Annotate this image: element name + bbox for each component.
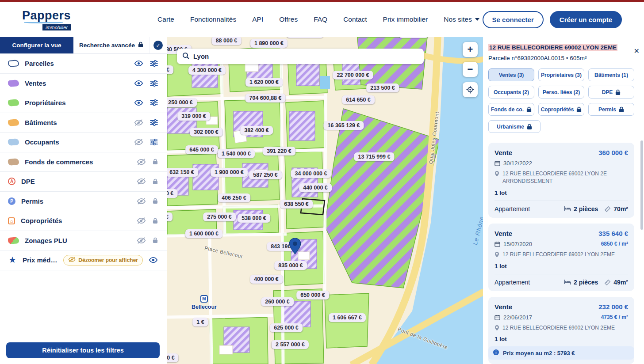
panel-tab-batiments-1[interactable]: Bâtiments (1) <box>588 68 634 81</box>
visibility-on-icon[interactable] <box>134 80 143 87</box>
locate-button[interactable] <box>463 82 478 97</box>
visibility-off-icon[interactable] <box>134 139 143 145</box>
tab-recherche-avancee[interactable]: Recherche avancée <box>73 37 149 53</box>
visibility-off-icon[interactable] <box>137 159 146 165</box>
map-price-marker[interactable]: 650 000 € <box>296 291 329 300</box>
map-price-marker[interactable]: 1 540 000 € <box>218 149 255 158</box>
map-price-marker[interactable]: 704 600,88 € <box>245 94 286 102</box>
visibility-off-icon[interactable] <box>134 119 143 126</box>
signup-button[interactable]: Créer un compte <box>550 11 622 28</box>
map-price-marker[interactable]: 0 € <box>167 353 179 362</box>
map-price-marker[interactable]: 1 890 000 € <box>250 39 288 48</box>
map-price-marker[interactable]: 391 220 € <box>263 147 295 155</box>
layer-settings-icon[interactable] <box>150 60 158 67</box>
sidebar-toggle-button[interactable]: ✓ <box>149 37 167 53</box>
panel-tab-coproprietes[interactable]: Copropriétés <box>538 103 584 116</box>
nav-link-prix-immobilier[interactable]: Prix immobilier <box>383 15 428 23</box>
tab-configurer-la-vue[interactable]: Configurer la vue <box>0 37 73 53</box>
panel-tab-urbanisme[interactable]: Urbanisme <box>488 120 540 133</box>
map-price-marker[interactable]: 0 000 € <box>167 212 172 221</box>
dezoom-badge[interactable]: Dézoomer pour afficher <box>63 255 143 265</box>
map-price-marker[interactable]: 88 000 € <box>212 37 242 45</box>
header-actions: Se connecter Créer un compte <box>483 11 622 28</box>
lock-icon[interactable] <box>153 237 158 243</box>
layer-settings-icon[interactable] <box>150 139 158 145</box>
visibility-on-icon[interactable] <box>134 60 143 67</box>
map-price-marker[interactable]: 382 400 € <box>240 126 273 135</box>
visibility-off-icon[interactable] <box>137 217 146 224</box>
nav-link-contact[interactable]: Contact <box>343 15 367 23</box>
map-price-marker[interactable]: 2 557 000 € <box>272 340 309 349</box>
reset-filters-button[interactable]: Réinitialiser tous les filtres <box>6 342 160 358</box>
map-price-marker[interactable]: 1 070 000 € <box>287 37 324 38</box>
map-price-marker[interactable]: 632 150 € <box>167 168 198 177</box>
layer-settings-icon[interactable] <box>150 119 158 126</box>
map-price-marker[interactable]: 1 600 000 € <box>185 229 222 238</box>
close-panel-button[interactable]: ✕ <box>634 48 640 55</box>
nav-link-api[interactable]: API <box>252 15 263 23</box>
map-price-marker[interactable]: 275 000 € <box>203 212 236 221</box>
visibility-off-icon[interactable] <box>137 178 146 185</box>
map-price-marker[interactable]: 614 650 € <box>342 95 375 104</box>
panel-tab-dpe[interactable]: DPE <box>588 86 634 99</box>
sale-card[interactable]: Vente335 640 €15/07/20206850 € / m²12 RU… <box>488 224 634 291</box>
map-price-marker[interactable]: 13 715 999 € <box>354 152 395 161</box>
panel-tab-proprietaires-3[interactable]: Proprietaires (3) <box>538 68 584 81</box>
map-price-marker[interactable]: 1 606 667 € <box>329 313 366 322</box>
map-price-marker[interactable]: 48 000 € <box>167 189 177 198</box>
sale-card[interactable]: Vente360 000 €30/12/202212 RUE BELLECORD… <box>488 143 634 218</box>
map-price-marker[interactable]: 538 000 € <box>238 214 270 223</box>
visibility-on-icon[interactable] <box>149 257 158 263</box>
panel-tab-perso-liees-2[interactable]: Perso. liées (2) <box>538 86 584 99</box>
map-price-marker[interactable]: 302 000 € <box>190 128 222 136</box>
panel-tab-ventes-3[interactable]: Ventes (3) <box>488 68 534 81</box>
map-price-marker[interactable]: 213 500 € <box>366 83 399 92</box>
map-price-marker[interactable]: 4 300 000 € <box>188 66 226 75</box>
nav-link-faq[interactable]: FAQ <box>314 15 327 23</box>
map-price-marker[interactable]: 835 000 € <box>274 261 307 270</box>
lock-icon[interactable] <box>153 198 158 204</box>
map-price-marker[interactable]: 0 000 € <box>167 65 173 74</box>
nav-dropdown-nos-sites[interactable]: Nos sites <box>444 15 479 23</box>
map-price-marker[interactable]: 16 365 129 € <box>324 121 364 130</box>
selected-parcel-pin[interactable] <box>289 238 301 256</box>
zoom-in-button[interactable]: + <box>463 42 478 57</box>
layer-settings-icon[interactable] <box>150 99 158 106</box>
lock-icon[interactable] <box>153 159 158 165</box>
panel-tab-fonds-de-co[interactable]: Fonds de co. <box>488 103 534 116</box>
panel-scrollbar[interactable] <box>640 140 643 230</box>
map[interactable]: Place BellecourQuai Jules CourmontLe Rhô… <box>167 37 483 364</box>
map-price-marker[interactable]: 400 000 € <box>250 275 283 284</box>
nav-link-fonctionnalites[interactable]: Fonctionnalités <box>190 15 236 23</box>
map-price-marker[interactable]: 645 000 € <box>185 145 218 154</box>
map-price-marker[interactable]: 587 250 € <box>249 171 282 179</box>
visibility-off-icon[interactable] <box>137 237 146 244</box>
map-price-marker[interactable]: 440 000 € <box>299 183 332 192</box>
map-search-input[interactable] <box>193 53 418 60</box>
zoom-out-button[interactable]: − <box>463 62 478 77</box>
map-price-marker[interactable]: 250 000 € <box>167 98 197 107</box>
map-price-marker[interactable]: 12 700 € <box>399 37 429 38</box>
map-price-marker[interactable]: 260 000 € <box>261 297 294 306</box>
info-icon <box>493 349 499 357</box>
visibility-on-icon[interactable] <box>134 99 143 106</box>
map-price-marker[interactable]: 406 250 € <box>218 193 250 202</box>
map-price-marker[interactable]: 1 900 000 € <box>211 168 248 177</box>
map-price-marker[interactable]: 638 550 € <box>280 200 313 209</box>
logo[interactable]: Pappers immobilier <box>22 9 71 30</box>
map-price-marker[interactable]: 1 620 000 € <box>245 78 283 87</box>
panel-tab-occupants-2[interactable]: Occupants (2) <box>488 86 534 99</box>
panel-tab-permis[interactable]: Permis <box>588 103 634 116</box>
lock-icon[interactable] <box>153 178 158 185</box>
map-price-marker[interactable]: 22 700 000 € <box>333 71 373 80</box>
layer-settings-icon[interactable] <box>150 80 158 87</box>
nav-link-carte[interactable]: Carte <box>157 15 174 23</box>
login-button[interactable]: Se connecter <box>483 11 544 28</box>
lock-icon[interactable] <box>153 218 158 224</box>
map-price-marker[interactable]: 319 000 € <box>177 112 210 121</box>
nav-link-offres[interactable]: Offres <box>279 15 298 23</box>
map-price-marker[interactable]: 625 000 € <box>270 323 303 332</box>
map-price-marker[interactable]: 1 € <box>192 318 208 326</box>
visibility-off-icon[interactable] <box>137 198 146 205</box>
map-price-marker[interactable]: 34 000 000 € <box>291 169 331 178</box>
